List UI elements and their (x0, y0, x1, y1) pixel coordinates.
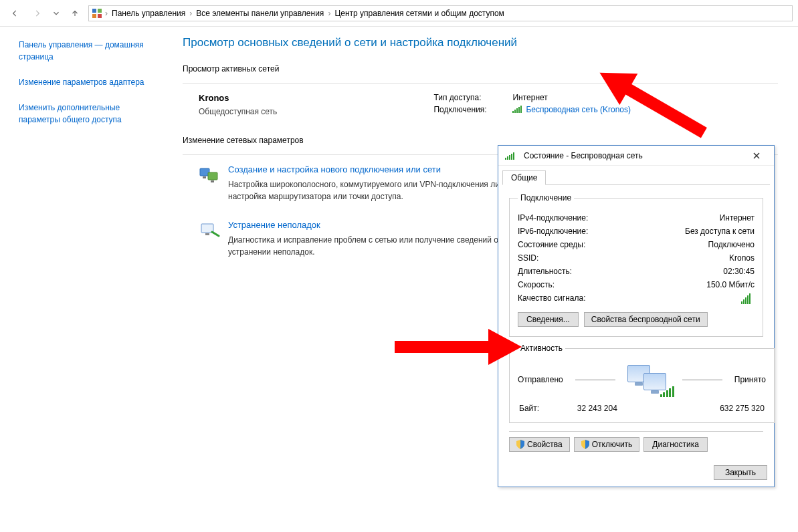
properties-button[interactable]: Свойства (509, 437, 570, 452)
media-state-label: Состояние среды: (518, 240, 585, 249)
breadcrumb-root[interactable]: Панель управления (110, 9, 187, 18)
activity-group: Активность Отправлено Принято Байт: 32 2… (509, 344, 775, 423)
ipv6-label: IPv6-подключение: (518, 227, 588, 236)
up-button[interactable] (66, 5, 84, 21)
divider (183, 83, 778, 84)
address-bar: › Панель управления › Все элементы панел… (0, 0, 798, 27)
close-button[interactable] (746, 148, 767, 163)
access-type-label: Тип доступа: (433, 93, 507, 102)
new-connection-icon (199, 164, 220, 186)
svg-rect-9 (205, 233, 209, 235)
page-heading: Просмотр основных сведений о сети и наст… (183, 36, 778, 49)
speed-label: Скорость: (518, 280, 555, 289)
sidebar-link-sharing[interactable]: Изменить дополнительные параметры общего… (19, 102, 163, 126)
forward-button[interactable] (28, 5, 47, 21)
bytes-recv-value: 632 275 320 (720, 404, 765, 413)
ipv4-label: IPv4-подключение: (518, 213, 588, 223)
close-dialog-button[interactable]: Закрыть (714, 465, 767, 480)
breadcrumb-current[interactable]: Центр управления сетями и общим доступом (333, 9, 506, 18)
troubleshoot-desc: Диагностика и исправление проблем с сеть… (228, 234, 516, 258)
wireless-properties-button[interactable]: Свойства беспроводной сети (584, 312, 708, 327)
dialog-titlebar[interactable]: Состояние - Беспроводная сеть (498, 146, 774, 166)
media-state-value: Подключено (708, 240, 755, 249)
connection-group: Подключение IPv4-подключение:Интернет IP… (509, 193, 763, 337)
wifi-status-dialog: Состояние - Беспроводная сеть Общие Подк… (498, 145, 775, 487)
access-type-value: Интернет (512, 93, 547, 102)
signal-quality-label: Качество сигнала: (518, 293, 585, 305)
dialog-title-text: Состояние - Беспроводная сеть (524, 151, 643, 160)
new-connection-link[interactable]: Создание и настройка нового подключения … (228, 164, 516, 174)
network-type: Общедоступная сеть (199, 107, 277, 116)
activity-graphic-icon (627, 365, 670, 394)
shield-icon (581, 440, 589, 449)
bytes-sent-value: 32 243 204 (577, 404, 617, 413)
connection-group-legend: Подключение (518, 193, 574, 203)
svg-rect-3 (98, 14, 102, 18)
troubleshoot-link[interactable]: Устранение неполадок (228, 220, 516, 230)
diagnostics-button[interactable]: Диагностика (643, 437, 708, 452)
disable-button[interactable]: Отключить (574, 437, 640, 452)
back-button[interactable] (5, 5, 24, 21)
change-settings-title: Изменение сетевых параметров (183, 136, 778, 145)
activity-line-icon (682, 380, 722, 380)
dialog-command-row: Свойства Отключить Диагностика (509, 431, 763, 452)
ipv6-value: Без доступа к сети (685, 227, 755, 236)
tab-general[interactable]: Общие (502, 170, 546, 185)
svg-rect-1 (98, 9, 102, 13)
ssid-label: SSID: (518, 253, 538, 263)
breadcrumb-all[interactable]: Все элементы панели управления (195, 9, 325, 18)
connections-label: Подключения: (433, 105, 507, 114)
received-label: Принято (734, 375, 766, 384)
svg-rect-2 (92, 14, 96, 18)
ipv4-value: Интернет (720, 213, 755, 223)
svg-rect-7 (211, 180, 214, 182)
speed-value: 150.0 Мбит/с (706, 280, 755, 289)
svg-rect-0 (92, 9, 96, 13)
connection-link[interactable]: Беспроводная сеть (Kronos) (512, 105, 631, 114)
bytes-label: Байт: (519, 404, 539, 413)
sent-label: Отправлено (518, 375, 563, 384)
sidebar-link-adapter[interactable]: Изменение параметров адаптера (19, 76, 163, 88)
svg-rect-5 (208, 172, 217, 180)
details-button[interactable]: Сведения... (518, 312, 579, 327)
troubleshoot-icon (199, 220, 220, 241)
active-network: Kronos Общедоступная сеть Тип доступа: И… (183, 93, 778, 117)
svg-rect-12 (395, 341, 495, 353)
wifi-signal-icon (741, 293, 751, 304)
ssid-value: Kronos (729, 253, 755, 263)
signal-quality-value (741, 293, 755, 305)
svg-rect-6 (203, 176, 206, 178)
breadcrumb-bar[interactable]: › Панель управления › Все элементы панел… (88, 5, 793, 21)
network-name: Kronos (199, 93, 277, 103)
sidebar: Панель управления — домашняя страница Из… (0, 27, 171, 285)
control-panel-icon (92, 8, 102, 19)
dialog-tabs: Общие (498, 166, 774, 184)
shield-icon (516, 440, 524, 449)
duration-label: Длительность: (518, 267, 572, 276)
activity-line-icon (575, 380, 615, 380)
active-networks-title: Просмотр активных сетей (183, 64, 778, 74)
wifi-signal-icon (505, 152, 514, 160)
wifi-signal-icon (512, 105, 522, 113)
activity-group-legend: Активность (518, 344, 565, 353)
duration-value: 02:30:45 (723, 267, 755, 276)
new-connection-desc: Настройка широкополосного, коммутируемог… (228, 178, 516, 203)
sidebar-link-home[interactable]: Панель управления — домашняя страница (19, 39, 163, 63)
recent-button[interactable] (51, 5, 62, 21)
